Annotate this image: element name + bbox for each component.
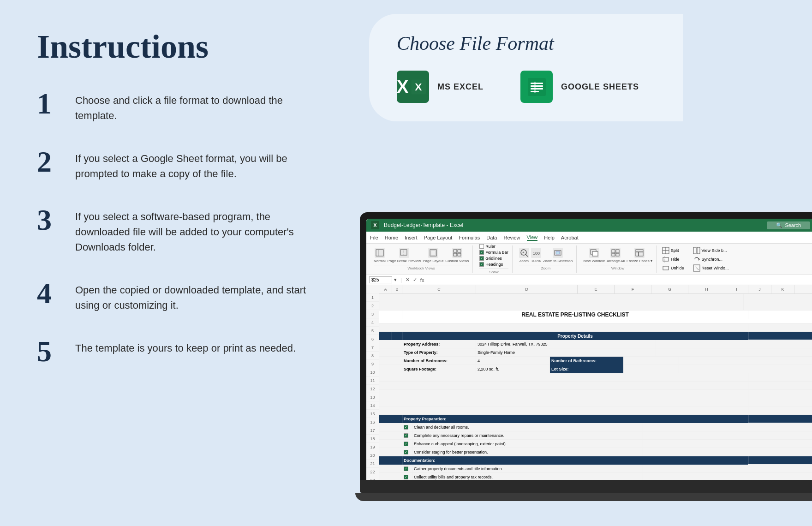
cell[interactable] (402, 294, 744, 302)
menu-view[interactable]: View (527, 234, 538, 241)
check-2[interactable] (404, 433, 408, 438)
cell[interactable] (379, 340, 402, 348)
ribbon-btn-custom-views[interactable]: Custom Views (445, 248, 469, 263)
cell[interactable] (379, 348, 402, 357)
headings-checkbox[interactable] (479, 262, 484, 267)
checkbox-cell (402, 423, 412, 431)
cell[interactable] (379, 406, 748, 415)
ribbon-btn-page-break[interactable]: Page Break Preview (388, 248, 421, 263)
menu-review[interactable]: Review (503, 235, 520, 240)
svg-rect-19 (458, 253, 461, 256)
checkbox-cell (402, 448, 412, 456)
col-i[interactable]: I (725, 285, 748, 293)
col-a[interactable]: A (379, 285, 392, 293)
cell[interactable] (379, 365, 402, 373)
cell[interactable] (379, 382, 748, 390)
formulabar-checkbox[interactable] (479, 250, 484, 255)
col-b[interactable]: B (392, 285, 402, 293)
checkbox-cell (402, 465, 412, 473)
cell[interactable] (379, 456, 402, 465)
row-num-23: 23 (366, 476, 379, 480)
fx-icon[interactable]: fx (420, 277, 424, 283)
ribbon-btn-zoom-selection[interactable]: Zoom to Selection (543, 248, 573, 263)
col-g[interactable]: G (651, 285, 688, 293)
cell[interactable] (392, 294, 402, 302)
cell[interactable] (379, 415, 402, 423)
svg-rect-18 (454, 253, 457, 256)
cell[interactable] (379, 302, 392, 311)
cell[interactable] (379, 390, 748, 398)
gsheets-icon (520, 71, 553, 103)
table-row: Square Footage: 2,200 sq. ft. Lot Size: (379, 365, 812, 373)
row-num-13: 13 (366, 393, 379, 401)
ribbon-btn-zoom[interactable]: + Zoom (519, 248, 529, 263)
cell[interactable] (379, 448, 402, 456)
check-3[interactable] (404, 442, 408, 446)
svg-marker-43 (699, 258, 700, 261)
excel-option[interactable]: X MS EXCEL (397, 71, 484, 103)
menu-file[interactable]: File (370, 235, 378, 240)
check-1[interactable] (404, 425, 408, 430)
sync-label[interactable]: Synchron... (702, 257, 723, 262)
cell[interactable] (379, 332, 392, 340)
cell[interactable] (392, 332, 402, 340)
split-label[interactable]: Split (671, 248, 679, 253)
excel-search-bar[interactable]: 🔍 Search (767, 221, 810, 229)
gridlines-checkbox[interactable] (479, 256, 484, 261)
col-h[interactable]: H (688, 285, 725, 293)
menu-page-layout[interactable]: Page Layout (424, 235, 453, 240)
svg-text:+: + (522, 251, 525, 255)
col-e[interactable]: E (578, 285, 615, 293)
col-f[interactable]: F (615, 285, 651, 293)
menu-insert[interactable]: Insert (405, 235, 418, 240)
menu-home[interactable]: Home (385, 235, 398, 240)
cell[interactable] (379, 373, 748, 382)
ribbon-btn-new-window[interactable]: New Window (583, 248, 605, 263)
cell[interactable] (379, 311, 402, 319)
ribbon-btn-arrange-all[interactable]: Arrange All (607, 248, 625, 263)
check-4[interactable] (404, 450, 408, 454)
cell[interactable] (379, 423, 402, 431)
check-5[interactable] (404, 466, 408, 471)
confirm-formula-icon[interactable]: ✓ (413, 277, 417, 283)
gsheets-option[interactable]: GOOGLE SHEETS (520, 71, 639, 103)
col-k[interactable]: K (771, 285, 794, 293)
cell[interactable] (392, 302, 402, 311)
cell[interactable] (379, 398, 748, 406)
ribbon-btn-freeze-panes[interactable]: Freeze Panes ▾ (627, 248, 652, 263)
col-d[interactable]: D (476, 285, 578, 293)
unhide-label[interactable]: Unhide (671, 266, 684, 270)
reset-window-label[interactable]: Reset Windo... (702, 266, 729, 270)
ruler-checkbox[interactable] (479, 244, 484, 249)
row-num-6: 6 (366, 335, 379, 343)
row-num-9: 9 (366, 360, 379, 368)
svg-rect-15 (431, 251, 436, 255)
col-c[interactable]: C (402, 285, 476, 293)
bathrooms-value (624, 357, 679, 365)
hide-label[interactable]: Hide (671, 257, 680, 262)
cell[interactable] (379, 440, 402, 448)
menu-data[interactable]: Data (486, 235, 497, 240)
cell[interactable] (402, 302, 744, 311)
ribbon-btn-page-layout[interactable]: Page Layout (423, 248, 443, 263)
cell[interactable] (379, 431, 402, 440)
cell[interactable] (379, 323, 748, 332)
laptop-base (360, 480, 812, 493)
menu-help[interactable]: Help (544, 235, 555, 240)
ribbon-btn-100[interactable]: 100% 100% (531, 248, 541, 263)
check-6[interactable] (404, 475, 408, 479)
cell[interactable] (379, 294, 392, 302)
menu-formulas[interactable]: Formulas (459, 235, 480, 240)
headings-label: Headings (485, 262, 503, 267)
menu-acrobat[interactable]: Acrobat (561, 235, 579, 240)
ribbon-btn-normal[interactable]: Normal (374, 248, 386, 263)
left-panel: Instructions 1 Choose and click a file f… (0, 0, 351, 526)
cell-reference[interactable]: $25 (369, 276, 392, 283)
cell[interactable] (379, 357, 402, 365)
view-side-label[interactable]: View Side b... (702, 248, 727, 253)
cancel-formula-icon[interactable]: ✕ (406, 277, 410, 283)
cell[interactable] (379, 473, 402, 480)
formula-dropdown[interactable]: ▾ (394, 277, 397, 283)
col-j[interactable]: J (748, 285, 771, 293)
cell[interactable] (379, 465, 402, 473)
